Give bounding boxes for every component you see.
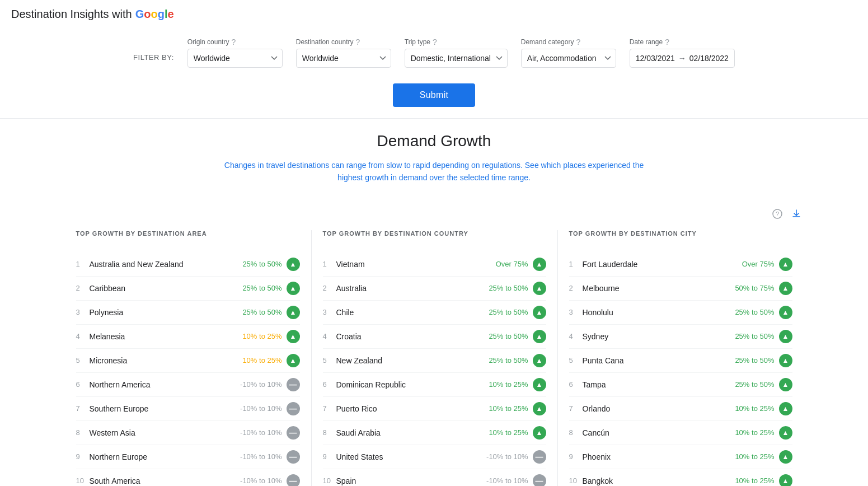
row-trend-icon: ▲ bbox=[533, 306, 546, 319]
table-row: 5 Micronesia 10% to 25% ▲ bbox=[76, 349, 300, 373]
row-percentage: 25% to 50% bbox=[735, 308, 774, 316]
row-percentage: 25% to 50% bbox=[242, 284, 281, 292]
row-trend-icon: ▲ bbox=[779, 378, 792, 391]
date-range-group: Date range ? 12/03/2021 → 02/18/2022 bbox=[630, 38, 735, 68]
row-name: Spain bbox=[336, 476, 487, 485]
table-row: 9 Phoenix 10% to 25% ▲ bbox=[569, 445, 792, 469]
row-percentage: 25% to 50% bbox=[242, 260, 281, 268]
table-row: 1 Australia and New Zealand 25% to 50% ▲ bbox=[76, 253, 300, 277]
table-row: 3 Chile 25% to 50% ▲ bbox=[323, 301, 546, 325]
table-row: 7 Puerto Rico 10% to 25% ▲ bbox=[323, 397, 546, 421]
row-percentage: 10% to 25% bbox=[489, 380, 528, 389]
row-name: Tampa bbox=[583, 380, 735, 389]
row-name: Melanesia bbox=[90, 332, 243, 341]
destination-country-select[interactable]: Worldwide bbox=[296, 49, 391, 68]
divider bbox=[0, 118, 868, 119]
icons-row: ? bbox=[65, 207, 804, 223]
demand-category-select[interactable]: Air, Accommodation bbox=[521, 49, 616, 68]
row-name: Dominican Republic bbox=[336, 380, 489, 389]
row-name: Polynesia bbox=[90, 308, 243, 317]
row-rank: 5 bbox=[76, 356, 90, 364]
row-percentage: 25% to 50% bbox=[489, 356, 528, 364]
table-row: 2 Australia 25% to 50% ▲ bbox=[323, 277, 546, 301]
download-icon-button[interactable] bbox=[789, 207, 804, 223]
row-trend-icon: ▲ bbox=[533, 378, 546, 391]
app-title: Destination Insights with Google bbox=[11, 8, 174, 21]
row-percentage: 10% to 25% bbox=[242, 356, 281, 364]
row-rank: 7 bbox=[569, 404, 583, 413]
demand-category-group: Demand category ? Air, Accommodation bbox=[521, 38, 616, 68]
row-percentage: 25% to 50% bbox=[735, 380, 774, 389]
trip-help-icon[interactable]: ? bbox=[433, 38, 437, 46]
date-range-label: Date range ? bbox=[630, 38, 735, 46]
row-rank: 2 bbox=[569, 284, 583, 292]
row-name: Puerto Rico bbox=[336, 404, 489, 413]
row-percentage: 25% to 50% bbox=[735, 332, 774, 340]
header: Destination Insights with Google bbox=[0, 0, 868, 29]
row-name: Melbourne bbox=[583, 284, 735, 293]
table-row: 6 Tampa 25% to 50% ▲ bbox=[569, 373, 792, 397]
row-percentage: 25% to 50% bbox=[242, 308, 281, 316]
row-name: Croatia bbox=[336, 332, 489, 341]
table-row: 8 Cancún 10% to 25% ▲ bbox=[569, 421, 792, 445]
row-trend-icon: ▲ bbox=[533, 282, 546, 295]
date-arrow-icon: → bbox=[678, 54, 686, 63]
row-rank: 1 bbox=[76, 260, 90, 268]
demand-help-icon[interactable]: ? bbox=[576, 38, 580, 46]
table-row: 10 South America -10% to 10% — bbox=[76, 469, 300, 486]
countries-header: TOP GROWTH BY DESTINATION COUNTRY bbox=[323, 230, 546, 241]
date-start: 12/03/2021 bbox=[636, 54, 675, 63]
demand-section: Demand Growth Changes in travel destinat… bbox=[43, 132, 826, 486]
row-trend-icon: — bbox=[287, 378, 300, 391]
table-row: 8 Western Asia -10% to 10% — bbox=[76, 421, 300, 445]
row-name: Orlando bbox=[583, 404, 735, 413]
row-rank: 8 bbox=[569, 428, 583, 437]
row-percentage: 10% to 25% bbox=[735, 476, 774, 485]
row-name: Vietnam bbox=[336, 260, 496, 269]
origin-country-select[interactable]: Worldwide bbox=[187, 49, 283, 68]
row-percentage: -10% to 10% bbox=[240, 476, 281, 485]
row-name: Bangkok bbox=[583, 476, 735, 485]
table-row: 4 Sydney 25% to 50% ▲ bbox=[569, 325, 792, 349]
row-trend-icon: ▲ bbox=[533, 354, 546, 367]
countries-table: TOP GROWTH BY DESTINATION COUNTRY 1 Viet… bbox=[311, 230, 557, 486]
row-percentage: -10% to 10% bbox=[240, 380, 281, 389]
row-rank: 5 bbox=[323, 356, 336, 364]
trip-type-group: Trip type ? Domestic, International bbox=[405, 38, 508, 68]
row-percentage: Over 75% bbox=[742, 260, 775, 268]
table-row: 5 Punta Cana 25% to 50% ▲ bbox=[569, 349, 792, 373]
row-trend-icon: ▲ bbox=[779, 354, 792, 367]
row-percentage: 10% to 25% bbox=[489, 404, 528, 413]
table-row: 9 United States -10% to 10% — bbox=[323, 445, 546, 469]
row-name: Honolulu bbox=[583, 308, 735, 317]
row-percentage: 10% to 25% bbox=[489, 428, 528, 437]
table-row: 8 Saudi Arabia 10% to 25% ▲ bbox=[323, 421, 546, 445]
trip-type-select[interactable]: Domestic, International bbox=[405, 49, 508, 68]
row-rank: 9 bbox=[76, 452, 90, 461]
row-percentage: -10% to 10% bbox=[240, 452, 281, 461]
tables-grid: TOP GROWTH BY DESTINATION AREA 1 Austral… bbox=[65, 230, 804, 486]
date-end: 02/18/2022 bbox=[689, 54, 729, 63]
row-name: Southern Europe bbox=[90, 404, 241, 413]
date-help-icon[interactable]: ? bbox=[665, 38, 669, 46]
row-name: Saudi Arabia bbox=[336, 428, 489, 437]
dest-help-icon[interactable]: ? bbox=[355, 38, 360, 46]
row-percentage: 25% to 50% bbox=[489, 332, 528, 340]
table-row: 4 Melanesia 10% to 25% ▲ bbox=[76, 325, 300, 349]
row-trend-icon: ▲ bbox=[779, 402, 792, 415]
row-rank: 6 bbox=[76, 380, 90, 389]
help-icon-button[interactable]: ? bbox=[770, 207, 785, 223]
row-rank: 8 bbox=[76, 428, 90, 437]
demand-title: Demand Growth bbox=[65, 132, 804, 150]
date-range-input[interactable]: 12/03/2021 → 02/18/2022 bbox=[630, 49, 735, 68]
row-name: United States bbox=[336, 452, 487, 461]
destination-country-label: Destination country ? bbox=[296, 38, 391, 46]
row-trend-icon: — bbox=[287, 450, 300, 464]
google-logo: Google bbox=[135, 8, 174, 21]
row-rank: 7 bbox=[323, 404, 336, 413]
row-trend-icon: ▲ bbox=[779, 426, 792, 440]
origin-help-icon[interactable]: ? bbox=[231, 38, 236, 46]
row-name: Sydney bbox=[583, 332, 735, 341]
row-trend-icon: — bbox=[533, 474, 546, 486]
submit-button[interactable]: Submit bbox=[393, 83, 476, 107]
